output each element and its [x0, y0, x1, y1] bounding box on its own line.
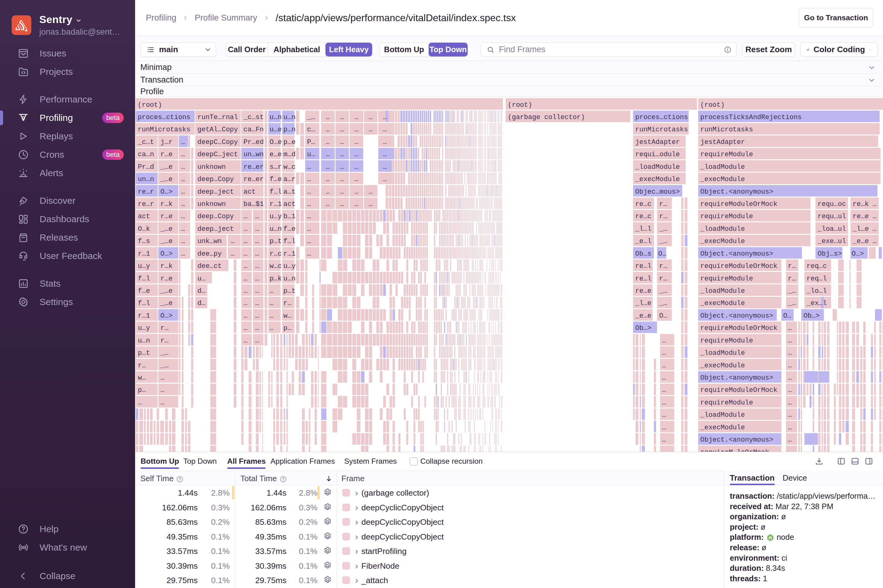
svg-text:requ…ul: requ…ul: [818, 213, 846, 220]
svg-text:p…t: p…t: [283, 287, 296, 295]
svg-text:j…r: j…r: [161, 138, 173, 146]
svg-text:_…: _…: [787, 287, 796, 295]
svg-text:f…l: f…l: [138, 300, 150, 307]
svg-text:ca…n: ca…n: [138, 151, 154, 158]
svg-text:…: …: [326, 138, 330, 146]
svg-text:…: …: [255, 287, 259, 295]
svg-text:…: …: [788, 324, 792, 332]
svg-text:…: …: [354, 138, 358, 146]
svg-text:dee…py: dee…py: [197, 250, 222, 258]
svg-text:Object.<anonymous>: Object.<anonymous>: [700, 436, 773, 444]
svg-text:f…e: f…e: [270, 176, 282, 183]
svg-text:…: …: [340, 151, 344, 158]
svg-text:…: …: [307, 213, 311, 220]
svg-text:re…r: re…r: [138, 188, 154, 196]
svg-text:c…: c…: [307, 126, 315, 134]
svg-text:_execModule: _execModule: [700, 176, 745, 183]
svg-text:deep…ject: deep…ject: [197, 225, 234, 233]
svg-text:r…: r…: [138, 362, 146, 369]
svg-text:…: …: [243, 275, 248, 283]
svg-text:…: …: [270, 287, 273, 295]
svg-text:(garbage collector): (garbage collector): [508, 114, 585, 121]
svg-text:r…e: r…e: [161, 151, 173, 158]
svg-text:_loa…ul: _loa…ul: [817, 225, 846, 233]
svg-text:…: …: [340, 114, 344, 121]
svg-text:f…l: f…l: [283, 237, 296, 245]
svg-text:_…: _…: [659, 237, 667, 245]
svg-text:…: …: [243, 225, 248, 233]
svg-text:Object.<anonymous>: Object.<anonymous>: [700, 250, 773, 258]
svg-text:O…>: O…>: [852, 250, 864, 258]
svg-text:…: …: [138, 399, 142, 406]
svg-text:req…c: req…c: [806, 262, 827, 270]
svg-text:…: …: [354, 126, 358, 134]
svg-text:act: act: [283, 200, 296, 208]
svg-text:u…y: u…y: [138, 324, 150, 332]
svg-text:r…1: r…1: [270, 200, 282, 208]
svg-text:u…: u…: [197, 275, 206, 283]
svg-text:…: …: [255, 237, 259, 245]
svg-text:Object.<anonymous>: Object.<anonymous>: [700, 188, 773, 196]
svg-text:_…: _…: [659, 300, 667, 307]
svg-text:u…y: u…y: [270, 213, 282, 220]
svg-text:Ob…>: Ob…>: [803, 312, 820, 320]
svg-text:d…: d…: [197, 287, 206, 295]
svg-text:p…t: p…t: [270, 237, 282, 245]
svg-text:…: …: [788, 424, 792, 432]
svg-text:_l…e: _l…e: [635, 300, 652, 307]
svg-text:…: …: [662, 436, 666, 444]
svg-text:…: …: [872, 225, 877, 233]
svg-text:f…l: f…l: [270, 188, 282, 196]
svg-text:Pr…d: Pr…d: [138, 163, 154, 171]
svg-text:runMicrotasks: runMicrotasks: [700, 126, 753, 134]
svg-text:w…: w…: [138, 374, 146, 382]
svg-text:…: …: [662, 362, 666, 369]
svg-text:O…: O…: [659, 312, 667, 320]
svg-text:re…er: re…er: [243, 163, 264, 171]
svg-text:…: …: [662, 349, 666, 357]
svg-text:r…: r…: [161, 337, 168, 345]
svg-text:requireModule: requireModule: [700, 399, 753, 406]
svg-text:…: …: [788, 362, 792, 369]
svg-text:r…: r…: [788, 262, 796, 270]
svg-text:…: …: [326, 200, 330, 208]
svg-text:u…n: u…n: [283, 275, 296, 283]
svg-text:…: …: [270, 312, 273, 320]
svg-text:…: …: [307, 176, 311, 183]
svg-text:_…e: _…e: [160, 225, 173, 233]
svg-text:_execModule: _execModule: [700, 300, 745, 307]
svg-text:r…k: r…k: [161, 262, 173, 270]
svg-text:deep…Copy: deep…Copy: [197, 213, 234, 220]
svg-text:O…e: O…e: [270, 138, 282, 146]
svg-text:re…k: re…k: [853, 200, 869, 208]
svg-text:r…: r…: [659, 262, 667, 270]
svg-text:…: …: [231, 237, 234, 245]
svg-text:_loadModule: _loadModule: [635, 163, 680, 171]
svg-text:…: …: [307, 200, 311, 208]
svg-text:re…c: re…c: [635, 213, 652, 220]
svg-text:…: …: [181, 163, 185, 171]
svg-text:…: …: [340, 138, 344, 146]
svg-text:re…r: re…r: [138, 200, 154, 208]
svg-text:P…: P…: [307, 138, 315, 146]
svg-text:O…>: O…>: [161, 250, 173, 258]
svg-text:…: …: [340, 200, 344, 208]
svg-text:_…e: _…e: [160, 163, 173, 171]
svg-text:…: …: [383, 176, 387, 183]
svg-text:…: …: [161, 386, 165, 394]
svg-text:re…l: re…l: [635, 262, 652, 270]
svg-text:_execModule: _execModule: [700, 362, 745, 369]
svg-text:Object.<anonymous>: Object.<anonymous>: [700, 374, 773, 382]
svg-text:…: …: [369, 188, 373, 196]
svg-text:w…c: w…c: [283, 163, 296, 171]
svg-text:(root): (root): [138, 101, 162, 109]
svg-text:unk…wn: unk…wn: [197, 237, 222, 245]
svg-text:O…: O…: [658, 250, 666, 258]
svg-text:…: …: [383, 163, 387, 171]
svg-text:requireModule: requireModule: [700, 151, 753, 158]
svg-text:re…e: re…e: [853, 213, 869, 220]
svg-text:_execModule: _execModule: [635, 176, 680, 183]
svg-text:O…>: O…>: [161, 312, 173, 320]
svg-text:requireModule: requireModule: [700, 337, 753, 345]
svg-text:f…s: f…s: [138, 237, 150, 245]
